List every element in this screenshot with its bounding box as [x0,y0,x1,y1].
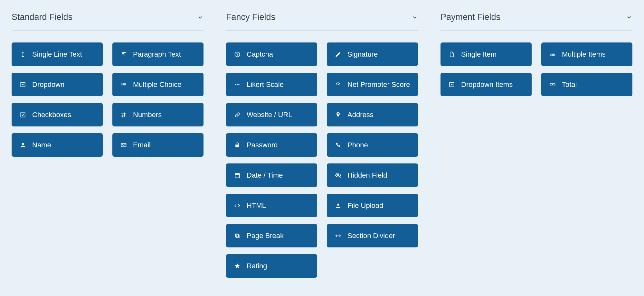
user-icon [19,142,26,149]
phone-icon [335,142,342,149]
star-icon [234,263,241,270]
svg-point-4 [238,84,239,85]
field-label: Likert Scale [247,80,284,89]
section-title: Standard Fields [12,12,72,22]
section-header[interactable]: Standard Fields [12,8,204,31]
section-title: Fancy Fields [226,12,275,22]
question-icon [234,51,241,58]
field-label: Total [562,80,577,89]
field-rating-button[interactable]: Rating [226,254,317,278]
field-net-promoter-button[interactable]: Net Promoter Score [327,73,418,96]
panel-standard-fields: Standard FieldsSingle Line TextParagraph… [12,8,204,278]
field-label: Rating [247,262,267,270]
field-section-divider-button[interactable]: Section Divider [327,224,418,247]
list-icon [549,51,556,58]
field-label: Phone [347,141,368,149]
field-label: Dropdown Items [461,80,513,89]
svg-rect-10 [235,234,238,237]
field-grid: CaptchaSignatureLikert ScaleNet Promoter… [226,42,418,278]
panel-payment-fields: Payment FieldsSingle ItemMultiple ItemsD… [440,8,632,278]
svg-point-5 [338,84,339,85]
field-label: Dropdown [32,80,64,89]
field-numbers-button[interactable]: Numbers [112,103,204,126]
field-label: Net Promoter Score [347,80,410,89]
section-header[interactable]: Payment Fields [440,8,632,31]
hash-icon [120,111,127,118]
caret-square-icon [19,81,26,88]
field-captcha-button[interactable]: Captcha [226,42,317,66]
field-total-button[interactable]: Total [541,73,632,96]
chevron-down-icon[interactable] [626,14,632,21]
field-phone-button[interactable]: Phone [327,133,418,157]
file-icon [448,51,455,58]
field-label: File Upload [347,201,383,210]
caret-square-icon [448,81,455,88]
field-name-button[interactable]: Name [12,133,103,157]
field-single-line-text-button[interactable]: Single Line Text [12,42,103,66]
field-label: Single Line Text [32,50,82,59]
field-label: Captcha [247,50,273,59]
field-paragraph-text-button[interactable]: Paragraph Text [112,42,204,66]
code-icon [234,202,241,209]
field-label: HTML [247,201,266,210]
field-password-button[interactable]: Password [226,133,317,157]
field-label: Checkboxes [32,111,71,119]
lock-icon [234,142,241,149]
field-signature-button[interactable]: Signature [327,42,418,66]
text-cursor-icon [19,51,26,58]
link-icon [234,111,241,118]
field-address-button[interactable]: Address [327,103,418,126]
field-label: Address [347,111,374,119]
check-square-icon [19,111,26,118]
field-page-break-button[interactable]: Page Break [226,224,317,247]
field-grid: Single Line TextParagraph TextDropdownMu… [12,42,204,157]
upload-icon [335,202,342,209]
dots-icon [234,81,241,88]
field-label: Multiple Choice [133,80,181,89]
field-grid: Single ItemMultiple ItemsDropdown ItemsT… [440,42,632,96]
field-dropdown-items-button[interactable]: Dropdown Items [440,73,532,96]
field-single-item-button[interactable]: Single Item [440,42,532,66]
field-file-upload-button[interactable]: File Upload [327,194,418,217]
field-multiple-choice-button[interactable]: Multiple Choice [112,73,204,96]
chevron-down-icon[interactable] [197,14,204,21]
field-label: Hidden Field [347,171,387,180]
field-label: Name [32,141,51,149]
eye-slash-icon [335,172,342,179]
field-dropdown-button[interactable]: Dropdown [12,73,103,96]
svg-rect-7 [235,173,239,178]
section-header[interactable]: Fancy Fields [226,8,418,31]
svg-point-1 [237,55,238,56]
field-html-button[interactable]: HTML [226,194,317,217]
field-label: Single Item [461,50,497,59]
field-label: Page Break [247,232,284,240]
field-hidden-field-button[interactable]: Hidden Field [327,163,418,187]
paragraph-icon [120,51,127,58]
pencil-icon [335,51,342,58]
svg-point-12 [552,84,553,85]
calendar-icon [234,172,241,179]
svg-point-2 [235,84,236,85]
field-likert-scale-button[interactable]: Likert Scale [226,73,317,96]
field-label: Website / URL [247,111,292,119]
chevron-down-icon[interactable] [412,14,418,21]
svg-rect-9 [236,235,239,237]
field-label: Paragraph Text [133,50,181,59]
field-label: Signature [347,50,378,59]
field-website-url-button[interactable]: Website / URL [226,103,317,126]
money-icon [549,81,556,88]
field-checkboxes-button[interactable]: Checkboxes [12,103,103,126]
field-date-time-button[interactable]: Date / Time [226,163,317,187]
svg-rect-6 [235,144,239,147]
field-label: Numbers [133,111,162,119]
copy-icon [234,232,241,239]
field-multiple-items-button[interactable]: Multiple Items [541,42,632,66]
dashboard-icon [335,81,342,88]
section-title: Payment Fields [440,12,500,22]
envelope-icon [120,142,127,149]
panel-fancy-fields: Fancy FieldsCaptchaSignatureLikert Scale… [226,8,418,278]
field-email-button[interactable]: Email [112,133,204,157]
field-label: Password [247,141,278,149]
arrows-h-icon [335,232,342,239]
field-label: Email [133,141,151,149]
